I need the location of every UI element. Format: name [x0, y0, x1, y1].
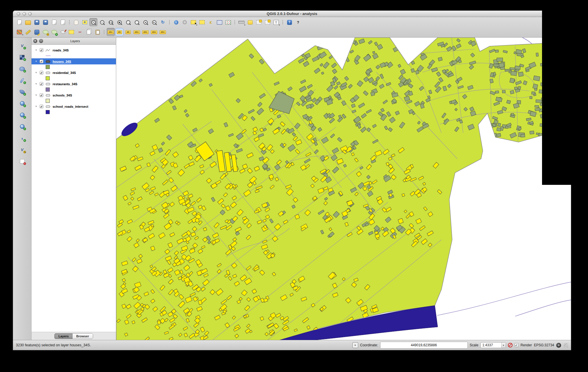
whats-this-button[interactable]: ? [294, 18, 302, 26]
zoom-to-layer-icon [135, 20, 139, 25]
measure-line-button[interactable]: ▼ [237, 18, 245, 26]
save-layer-edits-button[interactable] [33, 28, 41, 36]
add-wcs-layer-button[interactable]: + [18, 111, 26, 119]
scale-combo[interactable]: 1:4337 ▼ [480, 342, 506, 348]
toolbar-row-1: ✥+−1:1◈◂▸↻i➤▼ε▼T▼?? [15, 17, 569, 27]
disclosure-triangle-icon[interactable]: ▼ [35, 49, 38, 51]
show-hide-labels-button[interactable]: abc [133, 28, 141, 36]
current-edits-button[interactable]: ▼ [15, 28, 23, 36]
coordinate-input[interactable] [380, 342, 468, 349]
minimize-window-button[interactable] [23, 12, 26, 16]
remove-layer-button[interactable]: − [18, 157, 26, 165]
identify-features-button[interactable]: i [172, 18, 180, 26]
add-vector-layer-button[interactable]: V+ [18, 42, 26, 50]
new-bookmark-button[interactable] [246, 18, 254, 26]
pin-label-button[interactable]: ab [115, 28, 123, 36]
change-label-button[interactable]: abc [159, 28, 167, 36]
layer-item-school_roads_intersect[interactable]: ▼✓school_roads_intersect [32, 103, 116, 109]
refresh-map-button[interactable]: ↻ [159, 18, 167, 26]
zoom-to-bookmark-icon [265, 20, 270, 24]
cut-features-button[interactable]: ✂ [76, 28, 84, 36]
node-tool-button[interactable] [59, 28, 67, 36]
green-badge-icon: + [23, 70, 26, 72]
rotate-label-button[interactable]: abc [150, 28, 158, 36]
map-canvas[interactable] [116, 38, 571, 340]
layer-visibility-checkbox[interactable]: ✓ [40, 71, 43, 75]
pan-map-button[interactable] [72, 18, 80, 26]
title-bar[interactable]: QGIS 2.0.1-Dufour - analysis [13, 11, 571, 17]
field-calculator-button[interactable] [224, 18, 232, 26]
layer-visibility-checkbox[interactable]: ✓ [40, 105, 43, 108]
add-raster-layer-button[interactable]: + [18, 53, 26, 61]
layer-item-roads_34S[interactable]: ▼✓roads_34S [32, 47, 116, 53]
crs-status-icon[interactable]: ⊕ [556, 343, 561, 348]
chevron-down-icon[interactable]: ▼ [501, 343, 506, 348]
disclosure-triangle-icon[interactable]: ▼ [35, 60, 38, 63]
mouse-position-icon[interactable]: ⌖ [352, 342, 358, 348]
disclosure-triangle-icon[interactable]: ▼ [35, 105, 38, 108]
layer-item-schools_34S[interactable]: ▼✓schools_34S [32, 92, 116, 98]
add-feature-button[interactable]: ✳ [41, 28, 49, 36]
layer-visibility-checkbox[interactable]: ✓ [40, 93, 43, 97]
save-project-button[interactable] [33, 18, 41, 26]
zoom-to-selection-button[interactable] [124, 18, 132, 26]
paste-features-button[interactable] [93, 28, 101, 36]
run-feature-action-button[interactable] [181, 18, 189, 26]
pan-to-selection-button[interactable]: ✥ [81, 18, 89, 26]
toggle-editing-icon [25, 29, 31, 35]
toggle-editing-button[interactable] [24, 28, 32, 36]
delete-selected-button[interactable] [67, 28, 75, 36]
new-print-composer-button[interactable] [50, 18, 58, 26]
text-annotation-button[interactable]: T▼ [272, 18, 280, 26]
open-project-button[interactable] [24, 18, 32, 26]
layer-visibility-checkbox[interactable]: ✓ [40, 82, 43, 86]
add-delimited-text-layer-button[interactable]: ,+ [18, 134, 26, 142]
labeling-button[interactable]: abc [107, 28, 115, 36]
select-by-expression-button[interactable]: ε [207, 18, 215, 26]
zoom-out-button[interactable]: − [98, 18, 106, 26]
layer-visibility-checkbox[interactable]: ✓ [40, 59, 43, 63]
resize-grip[interactable] [564, 343, 568, 347]
zoom-full-button[interactable]: ◈ [115, 18, 123, 26]
copy-features-button[interactable] [85, 28, 93, 36]
add-wms-layer-button[interactable]: + [18, 99, 26, 107]
disclosure-triangle-icon[interactable]: ▼ [35, 94, 38, 96]
zoom-to-bookmark-button[interactable] [263, 18, 271, 26]
tab-layers[interactable]: Layers [55, 334, 72, 339]
close-panel-icon[interactable]: ✕ [33, 39, 37, 43]
save-project-as-button[interactable] [41, 18, 49, 26]
zoom-native-button[interactable]: 1:1 [107, 18, 115, 26]
layer-item-houses_34S[interactable]: ▼✓houses_34S [32, 58, 116, 64]
layer-visibility-checkbox[interactable]: ✓ [40, 48, 43, 52]
zoom-window-button[interactable] [28, 12, 32, 16]
disclosure-triangle-icon[interactable]: ▼ [35, 71, 38, 74]
layer-item-residential_34S[interactable]: ▼✓residential_34S [32, 70, 116, 76]
zoom-to-layer-button[interactable] [133, 18, 141, 26]
disclosure-triangle-icon[interactable]: ▼ [35, 83, 38, 85]
new-project-button[interactable] [15, 18, 23, 26]
move-feature-button[interactable]: + [50, 28, 58, 36]
add-vector-layer-icon: V [21, 44, 23, 48]
add-mssql-layer-button[interactable]: + [18, 88, 26, 96]
composer-manager-button[interactable] [59, 18, 67, 26]
zoom-in-button[interactable]: + [89, 18, 97, 26]
unpin-label-button[interactable]: ab [124, 28, 132, 36]
zoom-next-button[interactable]: ▸ [150, 18, 158, 26]
open-attribute-table-button[interactable] [215, 18, 223, 26]
select-features-button[interactable]: ➤▼ [189, 18, 197, 26]
add-spatialite-layer-button[interactable]: + [18, 76, 26, 84]
help-contents-button[interactable]: ? [285, 18, 293, 26]
deselect-features-button[interactable] [198, 18, 206, 26]
show-bookmarks-button[interactable] [255, 18, 263, 26]
render-checkbox[interactable]: ✓ [515, 343, 519, 347]
stop-render-icon[interactable] [508, 343, 513, 347]
layer-item-restaurants_34S[interactable]: ▼✓restaurants_34S [32, 81, 116, 87]
move-label-button[interactable]: abc [141, 28, 149, 36]
add-postgis-layer-button[interactable]: + [18, 65, 26, 73]
new-shapefile-layer-button[interactable]: V✳▼ [18, 146, 26, 154]
close-window-button[interactable] [17, 12, 20, 16]
zoom-last-button[interactable]: ◂ [141, 18, 149, 26]
tab-browser[interactable]: Browser [73, 334, 93, 339]
add-wfs-layer-button[interactable]: V+ [18, 122, 26, 131]
float-panel-icon[interactable]: ❐ [39, 39, 43, 43]
